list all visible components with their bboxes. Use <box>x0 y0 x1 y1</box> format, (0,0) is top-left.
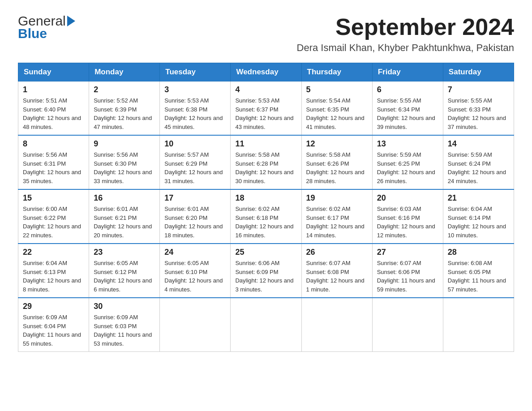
day-number: 23 <box>94 248 155 257</box>
calendar-cell: 14Sunrise: 5:59 AMSunset: 6:24 PMDayligh… <box>443 135 514 189</box>
calendar-cell: 28Sunrise: 6:08 AMSunset: 6:05 PMDayligh… <box>443 244 514 298</box>
logo-arrow-icon <box>67 16 75 26</box>
header-friday: Friday <box>372 63 443 81</box>
day-number: 27 <box>377 248 438 257</box>
day-info: Sunrise: 5:53 AMSunset: 6:37 PMDaylight:… <box>235 96 296 131</box>
header-thursday: Thursday <box>301 63 372 81</box>
calendar-cell: 1Sunrise: 5:51 AMSunset: 6:40 PMDaylight… <box>18 81 89 136</box>
day-number: 8 <box>23 139 84 149</box>
calendar-cell <box>301 298 372 352</box>
day-number: 7 <box>448 85 509 94</box>
day-number: 18 <box>235 193 296 203</box>
day-info: Sunrise: 5:56 AMSunset: 6:30 PMDaylight:… <box>94 150 155 185</box>
calendar-cell: 24Sunrise: 6:05 AMSunset: 6:10 PMDayligh… <box>160 244 231 298</box>
calendar-cell: 17Sunrise: 6:01 AMSunset: 6:20 PMDayligh… <box>160 189 231 244</box>
day-info: Sunrise: 6:08 AMSunset: 6:05 PMDaylight:… <box>448 259 509 294</box>
calendar-cell: 7Sunrise: 5:55 AMSunset: 6:33 PMDaylight… <box>443 81 514 136</box>
header: General Blue September 2024 Dera Ismail … <box>18 13 514 54</box>
day-info: Sunrise: 6:02 AMSunset: 6:17 PMDaylight:… <box>306 205 368 240</box>
day-number: 17 <box>164 193 226 203</box>
day-info: Sunrise: 5:57 AMSunset: 6:29 PMDaylight:… <box>164 150 226 185</box>
day-number: 20 <box>377 193 438 203</box>
calendar-week-2: 8Sunrise: 5:56 AMSunset: 6:31 PMDaylight… <box>18 135 514 189</box>
calendar-cell: 29Sunrise: 6:09 AMSunset: 6:04 PMDayligh… <box>18 298 89 352</box>
calendar-week-5: 29Sunrise: 6:09 AMSunset: 6:04 PMDayligh… <box>18 298 514 352</box>
calendar-week-4: 22Sunrise: 6:04 AMSunset: 6:13 PMDayligh… <box>18 244 514 298</box>
day-info: Sunrise: 6:05 AMSunset: 6:12 PMDaylight:… <box>94 259 155 294</box>
day-info: Sunrise: 5:55 AMSunset: 6:33 PMDaylight:… <box>448 96 509 131</box>
calendar-cell: 19Sunrise: 6:02 AMSunset: 6:17 PMDayligh… <box>301 189 372 244</box>
day-number: 22 <box>23 248 84 257</box>
day-info: Sunrise: 5:51 AMSunset: 6:40 PMDaylight:… <box>23 96 84 131</box>
calendar-cell: 22Sunrise: 6:04 AMSunset: 6:13 PMDayligh… <box>18 244 89 298</box>
day-info: Sunrise: 5:55 AMSunset: 6:34 PMDaylight:… <box>377 96 438 131</box>
calendar-cell: 18Sunrise: 6:02 AMSunset: 6:18 PMDayligh… <box>231 189 301 244</box>
main-title: September 2024 <box>297 13 514 40</box>
day-number: 30 <box>94 302 155 311</box>
subtitle: Dera Ismail Khan, Khyber Pakhtunkhwa, Pa… <box>297 42 514 54</box>
title-area: September 2024 Dera Ismail Khan, Khyber … <box>297 13 514 54</box>
day-number: 19 <box>306 193 368 203</box>
day-number: 6 <box>377 85 438 94</box>
day-number: 13 <box>377 139 438 149</box>
logo: General Blue <box>18 13 75 41</box>
day-number: 15 <box>23 193 84 203</box>
header-tuesday: Tuesday <box>160 63 231 81</box>
calendar-cell: 9Sunrise: 5:56 AMSunset: 6:30 PMDaylight… <box>89 135 160 189</box>
calendar-cell: 4Sunrise: 5:53 AMSunset: 6:37 PMDaylight… <box>231 81 301 136</box>
calendar-cell: 2Sunrise: 5:52 AMSunset: 6:39 PMDaylight… <box>89 81 160 136</box>
calendar-cell: 5Sunrise: 5:54 AMSunset: 6:35 PMDaylight… <box>301 81 372 136</box>
calendar-cell: 23Sunrise: 6:05 AMSunset: 6:12 PMDayligh… <box>89 244 160 298</box>
day-number: 28 <box>448 248 509 257</box>
calendar-cell: 30Sunrise: 6:09 AMSunset: 6:03 PMDayligh… <box>89 298 160 352</box>
day-number: 25 <box>235 248 296 257</box>
calendar-cell: 15Sunrise: 6:00 AMSunset: 6:22 PMDayligh… <box>18 189 89 244</box>
day-info: Sunrise: 6:07 AMSunset: 6:06 PMDaylight:… <box>377 259 438 294</box>
day-info: Sunrise: 5:52 AMSunset: 6:39 PMDaylight:… <box>94 96 155 131</box>
day-number: 1 <box>23 85 84 94</box>
day-number: 29 <box>23 302 84 311</box>
day-info: Sunrise: 5:58 AMSunset: 6:28 PMDaylight:… <box>235 150 296 185</box>
day-info: Sunrise: 5:56 AMSunset: 6:31 PMDaylight:… <box>23 150 84 185</box>
header-monday: Monday <box>89 63 160 81</box>
calendar-cell: 21Sunrise: 6:04 AMSunset: 6:14 PMDayligh… <box>443 189 514 244</box>
day-info: Sunrise: 6:05 AMSunset: 6:10 PMDaylight:… <box>164 259 226 294</box>
calendar-cell <box>443 298 514 352</box>
day-info: Sunrise: 6:01 AMSunset: 6:20 PMDaylight:… <box>164 205 226 240</box>
day-number: 10 <box>164 139 226 149</box>
calendar-cell: 12Sunrise: 5:58 AMSunset: 6:26 PMDayligh… <box>301 135 372 189</box>
calendar-cell: 10Sunrise: 5:57 AMSunset: 6:29 PMDayligh… <box>160 135 231 189</box>
day-number: 26 <box>306 248 368 257</box>
day-info: Sunrise: 5:59 AMSunset: 6:25 PMDaylight:… <box>377 150 438 185</box>
calendar-week-3: 15Sunrise: 6:00 AMSunset: 6:22 PMDayligh… <box>18 189 514 244</box>
calendar-cell: 20Sunrise: 6:03 AMSunset: 6:16 PMDayligh… <box>372 189 443 244</box>
day-number: 16 <box>94 193 155 203</box>
header-saturday: Saturday <box>443 63 514 81</box>
header-wednesday: Wednesday <box>231 63 301 81</box>
day-info: Sunrise: 6:02 AMSunset: 6:18 PMDaylight:… <box>235 205 296 240</box>
day-number: 14 <box>448 139 509 149</box>
calendar-cell <box>372 298 443 352</box>
day-info: Sunrise: 6:00 AMSunset: 6:22 PMDaylight:… <box>23 205 84 240</box>
calendar-cell <box>160 298 231 352</box>
day-number: 3 <box>164 85 226 94</box>
day-info: Sunrise: 6:04 AMSunset: 6:14 PMDaylight:… <box>448 205 509 240</box>
day-number: 12 <box>306 139 368 149</box>
calendar-cell: 13Sunrise: 5:59 AMSunset: 6:25 PMDayligh… <box>372 135 443 189</box>
day-number: 11 <box>235 139 296 149</box>
day-info: Sunrise: 6:01 AMSunset: 6:21 PMDaylight:… <box>94 205 155 240</box>
calendar-header-row: Sunday Monday Tuesday Wednesday Thursday… <box>18 63 514 81</box>
calendar-cell: 26Sunrise: 6:07 AMSunset: 6:08 PMDayligh… <box>301 244 372 298</box>
calendar-week-1: 1Sunrise: 5:51 AMSunset: 6:40 PMDaylight… <box>18 81 514 136</box>
calendar-cell: 11Sunrise: 5:58 AMSunset: 6:28 PMDayligh… <box>231 135 301 189</box>
calendar-cell: 6Sunrise: 5:55 AMSunset: 6:34 PMDaylight… <box>372 81 443 136</box>
logo-blue-text: Blue <box>18 26 75 41</box>
calendar-cell: 3Sunrise: 5:53 AMSunset: 6:38 PMDaylight… <box>160 81 231 136</box>
calendar-cell <box>231 298 301 352</box>
calendar-cell: 8Sunrise: 5:56 AMSunset: 6:31 PMDaylight… <box>18 135 89 189</box>
day-info: Sunrise: 6:07 AMSunset: 6:08 PMDaylight:… <box>306 259 368 294</box>
calendar-cell: 27Sunrise: 6:07 AMSunset: 6:06 PMDayligh… <box>372 244 443 298</box>
day-number: 21 <box>448 193 509 203</box>
day-info: Sunrise: 5:58 AMSunset: 6:26 PMDaylight:… <box>306 150 368 185</box>
calendar-cell: 16Sunrise: 6:01 AMSunset: 6:21 PMDayligh… <box>89 189 160 244</box>
